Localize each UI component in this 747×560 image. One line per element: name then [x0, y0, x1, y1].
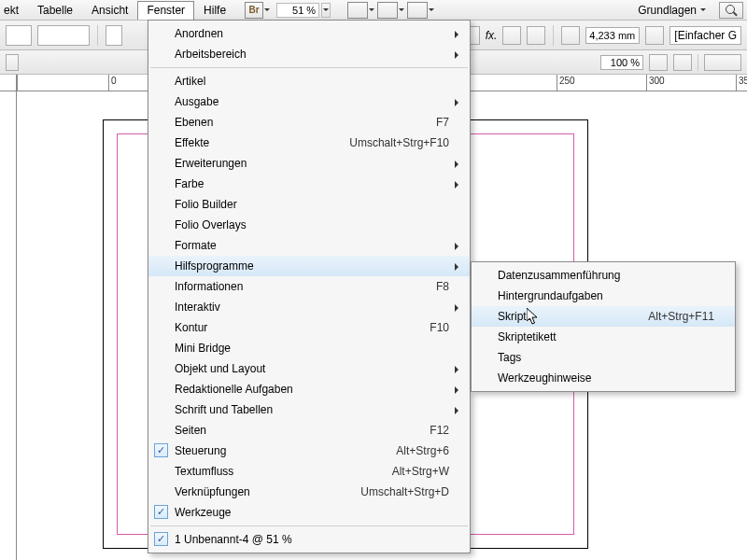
menu-item[interactable]: Interaktiv: [148, 297, 470, 317]
text-wrap-icon[interactable]: [649, 54, 668, 71]
menu-fenster[interactable]: Fenster: [137, 1, 194, 20]
search-button[interactable]: [719, 2, 743, 19]
menu-item[interactable]: Folio Overlays: [148, 215, 470, 235]
zoom-control[interactable]: [276, 3, 331, 18]
menu-fenster-dropdown: AnordnenArbeitsbereichArtikelAusgabeEben…: [148, 20, 471, 553]
zoom-input[interactable]: [276, 3, 319, 18]
menu-item[interactable]: Hilfsprogramme: [148, 256, 470, 276]
zoom-dropdown-icon[interactable]: [321, 3, 331, 18]
corner-options-icon[interactable]: [645, 26, 664, 45]
submenu-item[interactable]: SkripteAlt+Strg+F11: [472, 306, 735, 327]
menu-item[interactable]: Mini Bridge: [148, 338, 470, 358]
submenu-hilfsprogramme: DatenzusammenführungHintergrundaufgabenS…: [471, 261, 736, 392]
menu-item[interactable]: VerknüpfungenUmschalt+Strg+D: [148, 482, 470, 502]
menu-hilfe[interactable]: Hilfe: [194, 1, 235, 20]
distribute-icon[interactable]: [527, 26, 545, 45]
frame-fit-icon[interactable]: [561, 26, 580, 45]
arrange-docs-icon[interactable]: [377, 2, 398, 19]
menu-item[interactable]: Schrift und Tabellen: [148, 399, 470, 420]
menu-item[interactable]: ✓SteuerungAlt+Strg+6: [148, 441, 470, 461]
menu-item[interactable]: Arbeitsbereich: [148, 44, 470, 64]
menu-item[interactable]: Objekt und Layout: [148, 358, 470, 379]
character-format-icon[interactable]: [106, 25, 122, 46]
submenu-item[interactable]: Hintergrundaufgaben: [472, 286, 735, 306]
reference-point-widget[interactable]: [6, 25, 32, 46]
align-icon[interactable]: [502, 26, 521, 45]
menu-tabelle[interactable]: Tabelle: [28, 1, 82, 20]
object-style-button[interactable]: [Einfacher G: [669, 26, 741, 45]
menu-item[interactable]: EbenenF7: [148, 112, 470, 133]
view-options-icon[interactable]: [407, 2, 428, 19]
ruler-vertical[interactable]: [0, 91, 17, 560]
measurement-input[interactable]: [585, 27, 640, 44]
text-wrap-2-icon[interactable]: [673, 54, 692, 71]
menu-item[interactable]: Folio Builder: [148, 194, 470, 215]
search-icon: [726, 5, 737, 16]
menu-item[interactable]: Erweiterungen: [148, 153, 470, 174]
menu-item[interactable]: SeitenF12: [148, 420, 470, 441]
workspace-switcher[interactable]: Grundlagen: [628, 1, 715, 20]
menu-ansicht[interactable]: Ansicht: [82, 1, 137, 20]
menu-item[interactable]: InformationenF8: [148, 276, 470, 297]
opacity-input[interactable]: [600, 55, 643, 70]
menu-item[interactable]: TextumflussAlt+Strg+W: [148, 461, 470, 482]
menu-objekt[interactable]: ekt: [4, 1, 28, 20]
menu-item[interactable]: KonturF10: [148, 317, 470, 338]
paragraph-format-icon[interactable]: [6, 54, 19, 71]
menu-item[interactable]: ✓Werkzeuge: [148, 502, 470, 523]
menubar: ekt Tabelle Ansicht Fenster Hilfe Br Gru…: [0, 0, 747, 21]
menu-item[interactable]: Anordnen: [148, 23, 470, 44]
menu-item[interactable]: Artikel: [148, 71, 470, 91]
submenu-item[interactable]: Skriptetikett: [472, 327, 735, 347]
menu-item[interactable]: Farbe: [148, 174, 470, 194]
menu-item[interactable]: EffekteUmschalt+Strg+F10: [148, 133, 470, 153]
submenu-item[interactable]: Tags: [472, 347, 735, 368]
menu-item[interactable]: Formate: [148, 235, 470, 256]
menu-item[interactable]: Ausgabe: [148, 91, 470, 112]
bridge-icon[interactable]: Br: [245, 2, 263, 19]
fx-icon[interactable]: fx.: [486, 29, 498, 42]
screen-mode-icon[interactable]: [347, 2, 368, 19]
fill-stroke-widget[interactable]: [37, 25, 90, 46]
submenu-item[interactable]: Datenzusammenführung: [472, 265, 735, 286]
ruler-origin[interactable]: [0, 75, 17, 91]
menu-item[interactable]: Redaktionelle Aufgaben: [148, 379, 470, 399]
submenu-item[interactable]: Werkzeughinweise: [472, 368, 735, 388]
menu-item[interactable]: ✓1 Unbenannt-4 @ 51 %: [148, 529, 470, 550]
stroke-style-icon[interactable]: [704, 54, 741, 71]
